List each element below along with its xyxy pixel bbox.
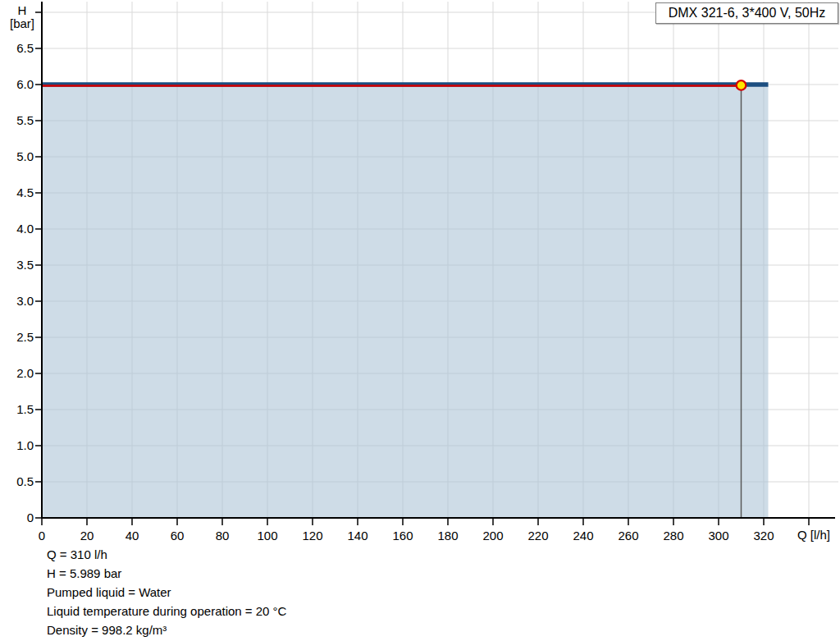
x-tick-label: 240	[573, 529, 593, 543]
operating-point-marker[interactable]	[737, 80, 746, 90]
x-tick-label: 300	[708, 529, 728, 543]
series-layer	[42, 80, 769, 518]
x-tick-label: 60	[171, 529, 185, 543]
y-tick-label: 1.5	[16, 402, 34, 416]
y-tick-label: 2.0	[16, 366, 34, 380]
x-tick-label: 80	[216, 529, 230, 543]
x-tick-label: 100	[257, 529, 277, 543]
x-tick-label: 40	[126, 529, 139, 543]
pump-model-title-box: DMX 321-6, 3*400 V, 50Hz	[655, 2, 838, 24]
x-tick-label: 120	[302, 529, 322, 543]
y-tick-label: 6.5	[16, 41, 34, 55]
y-tick-label: 3.0	[16, 294, 34, 308]
y-tick-label: 2.5	[16, 330, 34, 344]
y-axis-title: H [bar]	[5, 4, 39, 30]
x-axis-title: Q [l/h]	[797, 528, 830, 542]
info-line-head: H = 5.989 bar	[47, 564, 286, 583]
pump-model-label: DMX 321-6, 3*400 V, 50Hz	[669, 6, 826, 21]
info-line-flow: Q = 310 l/h	[47, 545, 286, 564]
x-tick-label: 160	[392, 529, 413, 543]
duty-point-info-block: Q = 310 l/h H = 5.989 bar Pumped liquid …	[47, 545, 286, 639]
x-tick-label: 0	[39, 529, 45, 543]
pump-curve-window: 0204060801001201401601802002202402602803…	[0, 0, 840, 641]
y-tick-label: 4.0	[16, 222, 34, 236]
y-tick-label: 6.0	[16, 77, 34, 91]
y-tick-label: 1.0	[16, 438, 34, 452]
x-tick-label: 320	[753, 529, 774, 543]
curve-fill-area	[42, 85, 769, 518]
y-axis-title-unit: [bar]	[5, 17, 39, 30]
x-tick-label: 260	[618, 529, 638, 543]
y-tick-label: 4.5	[16, 185, 34, 199]
y-tick-label: 5.5	[16, 113, 34, 127]
y-tick-label: 3.5	[16, 258, 34, 272]
x-tick-label: 280	[663, 529, 683, 543]
info-line-density: Density = 998.2 kg/m³	[47, 620, 286, 639]
y-tick-label: 0	[27, 511, 34, 524]
x-tick-label: 220	[527, 529, 548, 543]
info-line-temperature: Liquid temperature during operation = 20…	[47, 602, 286, 620]
x-tick-label: 140	[347, 529, 368, 543]
x-tick-label: 180	[437, 529, 458, 543]
info-line-liquid: Pumped liquid = Water	[47, 583, 286, 602]
y-axis-title-symbol: H	[5, 4, 39, 17]
x-tick-label: 20	[80, 529, 94, 543]
y-tick-label: 5.0	[16, 149, 34, 163]
y-tick-label: 0.5	[16, 474, 34, 488]
x-tick-label: 200	[482, 529, 503, 543]
